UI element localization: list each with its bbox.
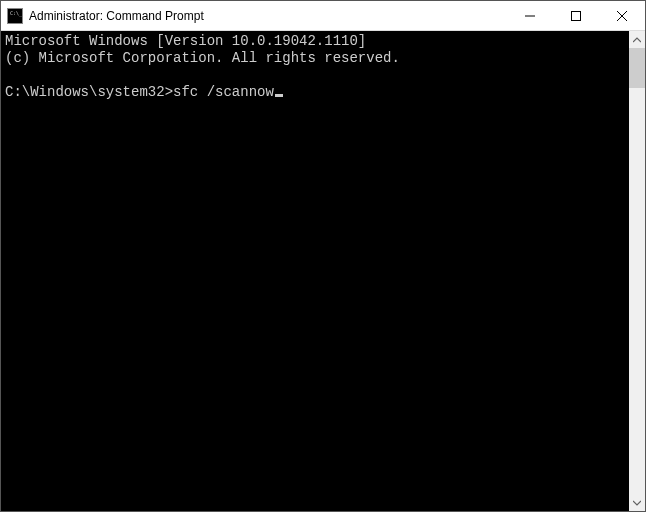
cursor xyxy=(275,94,283,97)
minimize-icon xyxy=(525,11,535,21)
close-icon xyxy=(617,11,627,21)
window-controls xyxy=(507,1,645,30)
scrollbar[interactable] xyxy=(629,31,645,511)
svg-rect-1 xyxy=(572,11,581,20)
maximize-icon xyxy=(571,11,581,21)
chevron-down-icon xyxy=(633,499,641,507)
scroll-down-button[interactable] xyxy=(629,494,645,511)
command-input[interactable]: sfc /scannow xyxy=(173,84,274,100)
window-title: Administrator: Command Prompt xyxy=(29,9,507,23)
terminal-area: Microsoft Windows [Version 10.0.19042.11… xyxy=(1,31,645,511)
minimize-button[interactable] xyxy=(507,1,553,30)
titlebar[interactable]: Administrator: Command Prompt xyxy=(1,1,645,31)
close-button[interactable] xyxy=(599,1,645,30)
scroll-up-button[interactable] xyxy=(629,31,645,48)
prompt: C:\Windows\system32> xyxy=(5,84,173,100)
terminal-line: (c) Microsoft Corporation. All rights re… xyxy=(5,50,400,66)
maximize-button[interactable] xyxy=(553,1,599,30)
scroll-thumb[interactable] xyxy=(629,48,645,88)
terminal[interactable]: Microsoft Windows [Version 10.0.19042.11… xyxy=(1,31,629,511)
terminal-line: Microsoft Windows [Version 10.0.19042.11… xyxy=(5,33,366,49)
cmd-icon xyxy=(7,8,23,24)
command-prompt-window: Administrator: Command Prompt Microsoft xyxy=(0,0,646,512)
chevron-up-icon xyxy=(633,36,641,44)
